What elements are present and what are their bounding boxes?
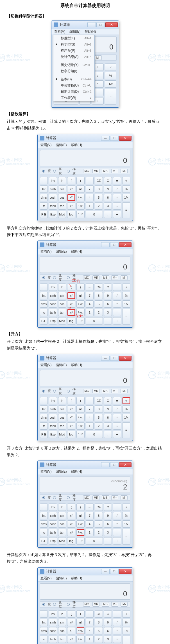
key-ʸ√x[interactable]: ʸ√x [76, 194, 85, 201]
key-7[interactable]: 7 [86, 405, 94, 413]
maximize-button[interactable]: ☐ [110, 569, 119, 574]
key-([interactable]: ( [67, 610, 75, 618]
key-6[interactable]: 6 [104, 194, 112, 201]
key-CE[interactable]: CE [95, 610, 103, 618]
key-F-E[interactable]: F-E [40, 537, 48, 545]
key-%[interactable]: % [122, 185, 130, 193]
key-n![interactable]: n! [76, 405, 85, 413]
key-tan[interactable]: tan [58, 202, 66, 210]
key-sin[interactable]: sin [58, 512, 66, 519]
close-button[interactable]: ✕ [119, 136, 132, 141]
key-/[interactable]: / [113, 292, 121, 299]
key-5[interactable]: 5 [95, 414, 103, 421]
key-7[interactable]: 7 [86, 185, 94, 193]
key-Int[interactable]: Int [40, 512, 48, 519]
key-√[interactable]: √ [122, 177, 130, 184]
mem-MR[interactable]: MR [92, 495, 99, 500]
radio-grad[interactable] [67, 496, 70, 499]
key-([interactable]: ( [67, 397, 75, 404]
key-CE[interactable]: CE [95, 177, 103, 184]
mem-MR[interactable]: MR [92, 602, 99, 607]
radio-grad[interactable] [67, 276, 70, 279]
mem-MR[interactable]: MR [92, 389, 99, 393]
menu-help[interactable]: 帮助(H) [71, 363, 82, 368]
key-π[interactable]: π [40, 529, 48, 536]
mem-MC[interactable]: MC [83, 602, 90, 607]
key-9[interactable]: 9 [104, 405, 112, 413]
mem-MS[interactable]: MS [102, 602, 109, 607]
key-=[interactable]: = [122, 202, 130, 218]
key-±[interactable]: ± [113, 610, 121, 618]
key-tanh[interactable]: tanh [49, 529, 57, 536]
key-1/x[interactable]: 1/x [122, 194, 130, 201]
radio-grad[interactable] [67, 603, 70, 606]
key-±[interactable]: ± [113, 397, 121, 404]
key-1/x[interactable]: 1/x [122, 627, 130, 634]
close-button[interactable]: ✕ [119, 569, 132, 574]
key-dms[interactable]: dms [40, 520, 48, 528]
key-ln[interactable]: ln [58, 284, 66, 291]
key-4[interactable]: 4 [86, 520, 94, 528]
dropdown-item[interactable]: 工作表(W)▸ [53, 95, 94, 101]
key-0[interactable]: 0 [86, 431, 103, 438]
maximize-button[interactable]: ☐ [110, 356, 119, 361]
key-³√x[interactable]: ³√x [76, 422, 85, 430]
key-8[interactable]: 8 [95, 292, 103, 299]
key-4[interactable]: 4 [86, 627, 94, 634]
key-5[interactable]: 5 [95, 194, 103, 201]
minimize-button[interactable]: — [101, 242, 110, 247]
key-cos[interactable]: cos [58, 300, 66, 308]
key-tanh[interactable]: tanh [49, 422, 57, 430]
mem-MR[interactable]: MR [92, 275, 99, 280]
key-³√x[interactable]: ³√x [76, 636, 85, 643]
dropdown-item[interactable]: 历史记录(Y)Ctrl+H [53, 62, 94, 68]
key-tanh[interactable]: tanh [49, 202, 57, 210]
key-C[interactable]: C [104, 177, 112, 184]
radio-deg[interactable] [42, 390, 45, 393]
key--[interactable]: - [113, 636, 121, 643]
key-dms[interactable]: dms [40, 194, 48, 201]
close-button[interactable]: ✕ [119, 242, 132, 247]
key-blank[interactable] [40, 610, 48, 618]
key-2[interactable]: 2 [95, 309, 103, 316]
key-ln[interactable]: ln [58, 504, 66, 511]
key-π[interactable]: π [40, 309, 48, 316]
key-tanh[interactable]: tanh [49, 636, 57, 643]
radio-rad[interactable] [53, 170, 56, 173]
key-√[interactable]: √ [122, 284, 130, 291]
key-ln[interactable]: ln [58, 610, 66, 618]
key-sinh[interactable]: sinh [49, 619, 57, 626]
key--[interactable]: - [113, 202, 121, 210]
menu-view[interactable]: 查看(V) [40, 363, 52, 368]
key-Int[interactable]: Int [40, 619, 48, 626]
key-9[interactable]: 9 [104, 512, 112, 519]
key-=[interactable]: = [122, 529, 130, 545]
menu-help[interactable]: 帮助(H) [71, 576, 82, 581]
key-0[interactable]: 0 [86, 317, 103, 325]
key-1[interactable]: 1 [86, 309, 94, 316]
key-=[interactable]: = [105, 89, 117, 105]
key-x²[interactable]: x² [67, 512, 75, 519]
key-4[interactable]: 4 [86, 194, 94, 201]
dropdown-item[interactable]: 日期计算(D)Ctrl+E [53, 89, 94, 95]
key-x²[interactable]: x² [67, 405, 75, 413]
key-xʸ[interactable]: xʸ [67, 194, 75, 201]
menu-help[interactable]: 帮助(H) [85, 29, 96, 34]
key-x²[interactable]: x² [67, 292, 75, 299]
key-dms[interactable]: dms [40, 300, 48, 308]
key-π[interactable]: π [40, 422, 48, 430]
key-F-E[interactable]: F-E [40, 431, 48, 438]
mem-MC[interactable]: MC [83, 275, 90, 280]
key-)[interactable]: ) [76, 397, 85, 404]
key-=[interactable]: = [122, 422, 130, 438]
key-sinh[interactable]: sinh [49, 185, 57, 193]
key-1[interactable]: 1 [86, 202, 94, 210]
key-=[interactable]: = [122, 636, 130, 644]
minimize-button[interactable]: — [101, 462, 110, 467]
key--[interactable]: - [113, 422, 121, 430]
key-/[interactable]: / [113, 512, 121, 519]
key-Mod[interactable]: Mod [58, 537, 66, 545]
key-5[interactable]: 5 [95, 520, 103, 528]
key-blank[interactable] [40, 397, 48, 404]
key-dms[interactable]: dms [40, 414, 48, 421]
